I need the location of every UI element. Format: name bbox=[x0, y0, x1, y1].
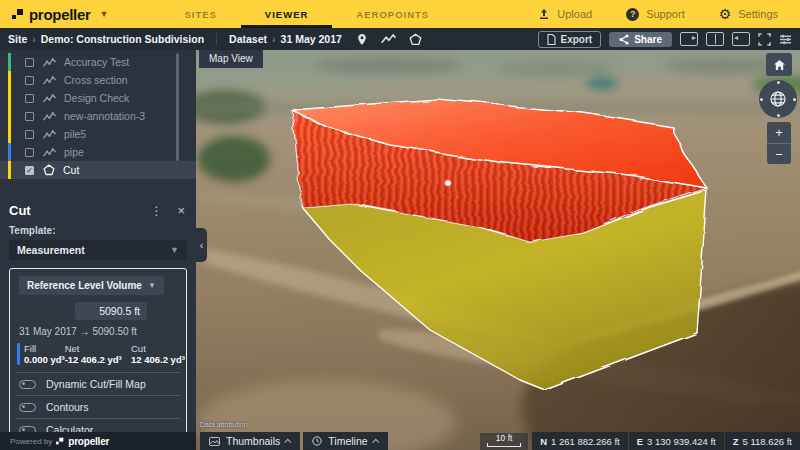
compass-control[interactable] bbox=[759, 80, 797, 118]
zoom-out-button[interactable]: − bbox=[767, 143, 791, 164]
tab-aeropoints[interactable]: AEROPOINTS bbox=[332, 0, 453, 28]
globe-icon bbox=[769, 90, 787, 108]
dataset-name: 31 May 2017 bbox=[281, 33, 342, 45]
fullscreen-icon[interactable] bbox=[758, 33, 771, 46]
data-attribution-link[interactable]: Data attribution bbox=[200, 421, 247, 428]
share-label: Share bbox=[634, 34, 662, 45]
scrollbar[interactable] bbox=[176, 53, 179, 161]
timeline-button[interactable]: Timeline bbox=[303, 432, 387, 450]
toggle-dynamic-cutfill[interactable]: Dynamic Cut/Fill Map bbox=[16, 372, 180, 395]
toggle-switch-icon[interactable] bbox=[19, 380, 36, 389]
home-icon bbox=[773, 59, 786, 71]
arrow-right-icon: → bbox=[80, 326, 90, 337]
site-label: Site bbox=[8, 33, 27, 45]
map-viewport[interactable]: Map View ‹ + − Data attribution Thumbnai… bbox=[196, 50, 800, 450]
chevron-up-icon bbox=[372, 438, 379, 445]
toggle-label: Contours bbox=[46, 401, 89, 413]
map-view-tab[interactable]: Map View bbox=[199, 50, 263, 68]
breadcrumb-separator: › bbox=[272, 33, 276, 45]
checkbox[interactable] bbox=[25, 148, 34, 157]
toggle-contours[interactable]: Contours bbox=[16, 395, 180, 418]
panel-left-icon[interactable] bbox=[732, 32, 750, 46]
volume-mode-dropdown[interactable]: Reference Level Volume ▼ bbox=[19, 276, 164, 295]
reference-level-input[interactable]: 5090.5 ft bbox=[75, 302, 147, 320]
site-breadcrumb[interactable]: Site › Demo: Construction Subdivision bbox=[8, 33, 204, 45]
stat-label: Net bbox=[65, 343, 122, 354]
checkbox[interactable] bbox=[25, 130, 34, 139]
split-columns-icon[interactable] bbox=[706, 32, 724, 46]
compass-west-tick bbox=[760, 98, 763, 101]
top-navigation-bar: propeller ▼ SITES VIEWER AEROPOINTS Uplo… bbox=[0, 0, 800, 28]
annotation-row[interactable]: Design Check bbox=[0, 89, 196, 107]
color-strip bbox=[8, 71, 11, 89]
color-strip bbox=[8, 143, 11, 161]
template-dropdown[interactable]: Measurement ▼ bbox=[9, 240, 187, 260]
propeller-logo[interactable]: propeller ▼ bbox=[0, 0, 108, 28]
stat-label: Fill bbox=[24, 343, 65, 354]
export-button[interactable]: Export bbox=[538, 31, 602, 48]
location-pin-icon[interactable] bbox=[356, 33, 368, 46]
annotation-row[interactable]: Accuracy Test bbox=[0, 53, 196, 71]
map-bottom-bar: Thumbnails Timeline 10 ft N1 261 882.266… bbox=[196, 432, 800, 450]
propeller-viewer-app: propeller ▼ SITES VIEWER AEROPOINTS Uplo… bbox=[0, 0, 800, 450]
cursor-coordinates: N1 261 882.266 ft E3 130 939.424 ft Z5 1… bbox=[531, 432, 800, 450]
tab-viewer[interactable]: VIEWER bbox=[241, 0, 332, 28]
annotation-row[interactable]: pile5 bbox=[0, 125, 196, 143]
annotation-label: Cut bbox=[63, 164, 79, 176]
help-icon: ? bbox=[626, 8, 639, 21]
annotation-row[interactable]: new-annotation-3 bbox=[0, 107, 196, 125]
polyline-tool-icon[interactable] bbox=[381, 33, 396, 45]
tab-sites[interactable]: SITES bbox=[160, 0, 240, 28]
chevron-down-icon[interactable]: ▼ bbox=[99, 9, 108, 19]
clock-icon bbox=[312, 436, 322, 446]
sidebar-collapse-handle[interactable]: ‹ bbox=[196, 228, 207, 262]
annotation-label: Design Check bbox=[64, 92, 129, 104]
annotation-label: Cross section bbox=[64, 74, 128, 86]
upload-icon bbox=[538, 8, 550, 20]
toggle-switch-icon[interactable] bbox=[19, 403, 36, 412]
color-strip bbox=[8, 53, 11, 71]
polyline-icon bbox=[43, 56, 56, 68]
toggle-label: Dynamic Cut/Fill Map bbox=[46, 378, 146, 390]
site-name: Demo: Construction Subdivision bbox=[41, 33, 204, 45]
layers-settings-icon[interactable] bbox=[779, 33, 792, 46]
color-strip bbox=[8, 125, 11, 143]
scale-line bbox=[487, 443, 521, 447]
support-button[interactable]: ? Support bbox=[626, 8, 685, 21]
propeller-logo-icon bbox=[12, 8, 24, 20]
annotation-row[interactable]: ✓ Cut bbox=[0, 161, 196, 179]
cut-volume-3d-overlay bbox=[196, 50, 800, 450]
template-value: Measurement bbox=[17, 244, 85, 256]
dataset-breadcrumb[interactable]: Dataset › 31 May 2017 bbox=[229, 33, 342, 45]
more-options-icon[interactable]: ⋮ bbox=[150, 204, 163, 218]
polyline-icon bbox=[43, 128, 56, 140]
chevron-down-icon: ▼ bbox=[170, 245, 179, 255]
settings-button[interactable]: ⚙ Settings bbox=[719, 7, 778, 21]
polyline-icon bbox=[43, 92, 56, 104]
home-view-button[interactable] bbox=[766, 53, 792, 76]
zoom-in-button[interactable]: + bbox=[767, 122, 791, 143]
selection-marker[interactable] bbox=[445, 180, 450, 185]
polygon-tool-icon[interactable] bbox=[409, 33, 422, 46]
annotation-label: pipe bbox=[64, 146, 84, 158]
checkbox[interactable]: ✓ bbox=[25, 166, 34, 175]
checkbox[interactable] bbox=[25, 58, 34, 67]
checkbox[interactable] bbox=[25, 76, 34, 85]
annotation-row[interactable]: Cross section bbox=[0, 71, 196, 89]
annotation-row[interactable]: pipe bbox=[0, 143, 196, 161]
close-icon[interactable]: × bbox=[177, 203, 185, 218]
checkbox[interactable] bbox=[25, 112, 34, 121]
upload-button[interactable]: Upload bbox=[538, 8, 592, 20]
thumbnails-icon bbox=[209, 437, 220, 446]
document-icon bbox=[547, 34, 556, 45]
breadcrumb-separator: › bbox=[32, 33, 36, 45]
powered-by-footer: Powered by propeller bbox=[0, 432, 196, 450]
brand-name: propeller bbox=[29, 6, 90, 23]
checkbox[interactable] bbox=[25, 94, 34, 103]
share-button[interactable]: Share bbox=[609, 32, 672, 47]
zoom-control: + − bbox=[767, 122, 791, 164]
stat-item: Cut12 406.2 yd³ bbox=[127, 343, 179, 365]
gear-icon: ⚙ bbox=[719, 7, 732, 21]
thumbnails-button[interactable]: Thumbnails bbox=[200, 432, 300, 450]
panel-right-icon[interactable] bbox=[680, 32, 698, 46]
